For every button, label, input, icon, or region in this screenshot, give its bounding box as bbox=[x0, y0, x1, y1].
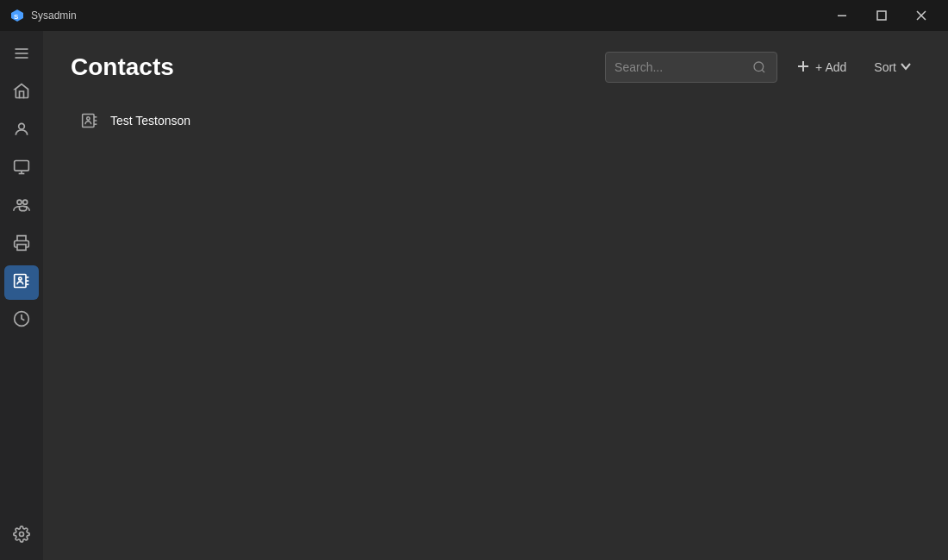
group-icon bbox=[13, 196, 30, 217]
close-button[interactable] bbox=[901, 0, 941, 31]
svg-point-13 bbox=[17, 200, 22, 204]
contact-name: Test Testonson bbox=[110, 114, 190, 128]
minimize-button[interactable] bbox=[822, 0, 862, 31]
monitor-icon bbox=[13, 159, 30, 179]
sidebar bbox=[0, 31, 43, 560]
sidebar-item-contacts[interactable] bbox=[4, 265, 39, 300]
sidebar-item-printer[interactable] bbox=[4, 227, 39, 262]
svg-rect-10 bbox=[15, 161, 29, 171]
title-bar-left: S Sysadmin bbox=[10, 9, 77, 22]
svg-rect-2 bbox=[838, 16, 846, 17]
printer-icon bbox=[13, 234, 30, 255]
settings-icon bbox=[13, 526, 30, 546]
svg-point-20 bbox=[19, 277, 22, 280]
add-button[interactable]: + Add bbox=[788, 54, 855, 81]
home-icon bbox=[13, 83, 30, 103]
page-title: Contacts bbox=[71, 53, 174, 81]
sort-label: Sort bbox=[874, 60, 896, 74]
add-label: + Add bbox=[815, 60, 846, 74]
contacts-icon bbox=[13, 272, 30, 293]
sidebar-item-settings[interactable] bbox=[4, 519, 39, 553]
user-icon bbox=[13, 121, 30, 141]
main-content: Contacts bbox=[43, 31, 948, 560]
sidebar-item-user[interactable] bbox=[4, 114, 39, 148]
search-input[interactable] bbox=[614, 60, 752, 74]
svg-point-31 bbox=[87, 117, 90, 120]
sort-button[interactable]: Sort bbox=[865, 55, 920, 80]
app-title: Sysadmin bbox=[31, 9, 77, 22]
svg-point-22 bbox=[20, 532, 24, 537]
svg-line-24 bbox=[762, 70, 764, 72]
title-bar-controls bbox=[822, 0, 941, 31]
app-icon: S bbox=[10, 9, 24, 22]
main-header: Contacts bbox=[71, 52, 920, 83]
svg-point-14 bbox=[23, 200, 28, 204]
svg-point-9 bbox=[19, 123, 25, 129]
search-icon bbox=[752, 60, 766, 74]
svg-rect-27 bbox=[83, 115, 94, 128]
sidebar-item-group[interactable] bbox=[4, 190, 39, 224]
history-icon bbox=[13, 310, 30, 331]
sidebar-item-monitor[interactable] bbox=[4, 152, 39, 186]
title-bar: S Sysadmin bbox=[0, 0, 948, 31]
contact-item[interactable]: Test Testonson bbox=[71, 103, 920, 138]
app-body: Contacts bbox=[0, 31, 948, 560]
svg-point-23 bbox=[754, 62, 764, 72]
sidebar-item-home[interactable] bbox=[4, 76, 39, 110]
add-icon bbox=[796, 59, 810, 76]
svg-text:S: S bbox=[14, 13, 19, 21]
contact-list: Test Testonson bbox=[71, 103, 920, 138]
contact-card-icon bbox=[79, 110, 100, 131]
search-box[interactable] bbox=[605, 52, 777, 83]
maximize-button[interactable] bbox=[862, 0, 901, 31]
sidebar-item-hamburger[interactable] bbox=[4, 38, 39, 72]
svg-rect-3 bbox=[877, 11, 886, 20]
chevron-down-icon bbox=[900, 60, 912, 75]
sidebar-item-history[interactable] bbox=[4, 303, 39, 338]
svg-rect-15 bbox=[17, 245, 26, 251]
header-actions: + Add Sort bbox=[605, 52, 920, 83]
hamburger-icon bbox=[13, 45, 30, 65]
